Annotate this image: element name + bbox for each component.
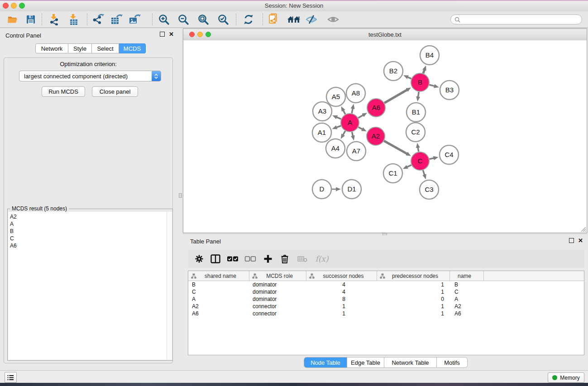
graph-node-A5[interactable]: A5 [326,87,345,106]
column-header-successor-nodes[interactable]: successor nodes [306,271,377,281]
refresh-button[interactable] [241,12,256,27]
table-cell[interactable]: C [188,289,249,295]
import-network-button[interactable] [47,12,62,27]
memory-button[interactable]: Memory [548,372,584,383]
mcds-result-list[interactable]: A2ABCA6 [8,212,167,360]
search-input[interactable] [462,16,582,23]
tab-network[interactable]: Network [35,43,68,53]
table-cell[interactable]: dominator [249,281,306,288]
table-row[interactable]: A6connector11A6 [188,310,584,317]
graph-node-B[interactable]: B [411,73,429,91]
deselect-all-button[interactable] [245,256,256,262]
table-cell[interactable]: dominator [249,296,306,302]
graph-node-C2[interactable]: C2 [406,123,425,142]
table-cell[interactable]: 0 [377,296,450,302]
graph-node-B3[interactable]: B3 [440,81,459,100]
delete-rows-button[interactable] [281,254,289,263]
run-mcds-button[interactable]: Run MCDS [42,86,85,97]
graph-node-C4[interactable]: C4 [440,145,459,164]
function-builder-button[interactable]: f(x) [315,254,328,263]
export-table-button[interactable] [109,12,124,27]
table-cell[interactable]: 8 [306,296,377,302]
export-image-button[interactable] [127,12,142,27]
zoom-in-button[interactable] [156,12,172,27]
table-cell[interactable]: A [450,296,484,302]
mcds-result-item[interactable]: C [10,235,167,242]
table-cell[interactable]: A [188,296,249,302]
tab-motifs[interactable]: Motifs [436,357,467,367]
vertical-splitter-handle[interactable] [179,193,182,198]
graph-edge-C-C2[interactable] [418,148,419,152]
table-cell[interactable]: 1 [377,303,450,310]
table-cell[interactable]: connector [249,310,306,317]
delete-table-button[interactable] [297,256,307,262]
new-network-from-file-button[interactable] [266,12,282,27]
mcds-result-item[interactable]: A6 [10,242,167,249]
window-resize-grip[interactable] [580,226,586,232]
graph-edge-B-B2[interactable] [407,77,411,79]
graph-edge-A-A4[interactable] [343,131,345,135]
show-column-panel-button[interactable] [210,254,220,263]
tab-select[interactable]: Select [92,43,119,53]
task-history-button[interactable] [5,372,17,383]
save-session-button[interactable] [23,12,38,27]
search-field[interactable] [450,14,582,24]
graph-edge-C-C1[interactable] [407,165,411,167]
graph-edge-A-A2[interactable] [359,127,363,129]
graph-node-B4[interactable]: B4 [420,46,439,65]
table-cell[interactable]: A2 [450,303,484,310]
graph-edge-A-A3[interactable] [336,117,341,119]
graph-edge-A-A1[interactable] [336,126,341,128]
window-titlebar[interactable]: Session: New Session [0,0,588,12]
mcds-result-scrollbar[interactable] [167,212,172,360]
tab-mcds[interactable]: MCDS [119,43,146,53]
column-header-shared-name[interactable]: shared name [188,271,249,281]
table-cell[interactable]: 1 [377,281,450,288]
graph-edge-B-B4[interactable] [423,70,425,73]
close-panel-icon[interactable]: ✕ [578,238,583,243]
table-cell[interactable]: 4 [306,281,377,288]
graph-node-C3[interactable]: C3 [420,180,439,199]
graph-node-B2[interactable]: B2 [384,62,403,81]
close-panel-button[interactable]: Close panel [92,86,138,97]
table-cell[interactable]: C [450,289,484,295]
float-panel-icon[interactable] [569,238,574,243]
network-window-titlebar[interactable]: testGlobe.txt [183,29,587,41]
column-header-predecessor-nodes[interactable]: predecessor nodes [377,271,450,281]
import-table-button[interactable] [66,12,81,27]
table-row[interactable]: Bdominator41B [188,281,584,288]
show-details-button[interactable] [325,12,341,27]
graph-node-C1[interactable]: C1 [383,164,402,183]
table-cell[interactable]: 4 [306,289,377,295]
table-cell[interactable]: dominator [249,289,306,295]
table-cell[interactable]: A6 [188,310,249,317]
network-canvas[interactable]: AA1A2A3A4A5A6A7A8BB1B2B3B4CC1C2C3C4DD1 [183,40,587,233]
table-cell[interactable]: 1 [377,289,450,295]
graph-node-D1[interactable]: D1 [342,180,361,199]
zoom-selected-button[interactable] [215,12,231,27]
graph-node-B1[interactable]: B1 [406,103,425,122]
table-row[interactable]: Adominator80A [188,295,584,303]
mcds-result-item[interactable]: A2 [10,213,167,220]
graph-edge-A6-B[interactable] [384,90,407,103]
export-network-button[interactable] [91,12,106,27]
table-cell[interactable]: B [450,281,484,288]
table-cell[interactable]: B [188,281,249,288]
tab-network-table[interactable]: Network Table [384,357,436,367]
table-row[interactable]: A2connector11A2 [188,303,584,310]
table-cell[interactable]: 1 [377,310,450,317]
graph-node-A[interactable]: A [341,114,359,132]
tab-node-table[interactable]: Node Table [304,357,347,367]
graph-node-D[interactable]: D [312,180,331,199]
table-row[interactable]: Cdominator41C [188,288,584,295]
table-cell[interactable]: connector [249,303,306,310]
graph-edge-A-A7[interactable] [352,132,353,136]
table-cell[interactable]: 1 [306,310,377,317]
node-table[interactable]: shared name MCDS role successor nodes pr… [188,271,584,355]
zoom-fit-button[interactable] [196,12,211,27]
close-panel-icon[interactable]: ✕ [169,32,174,37]
graph-node-A1[interactable]: A1 [312,123,331,142]
mcds-result-item[interactable]: B [10,228,167,235]
table-cell[interactable]: A2 [188,303,249,310]
graph-edge-A-A8[interactable] [352,108,353,113]
